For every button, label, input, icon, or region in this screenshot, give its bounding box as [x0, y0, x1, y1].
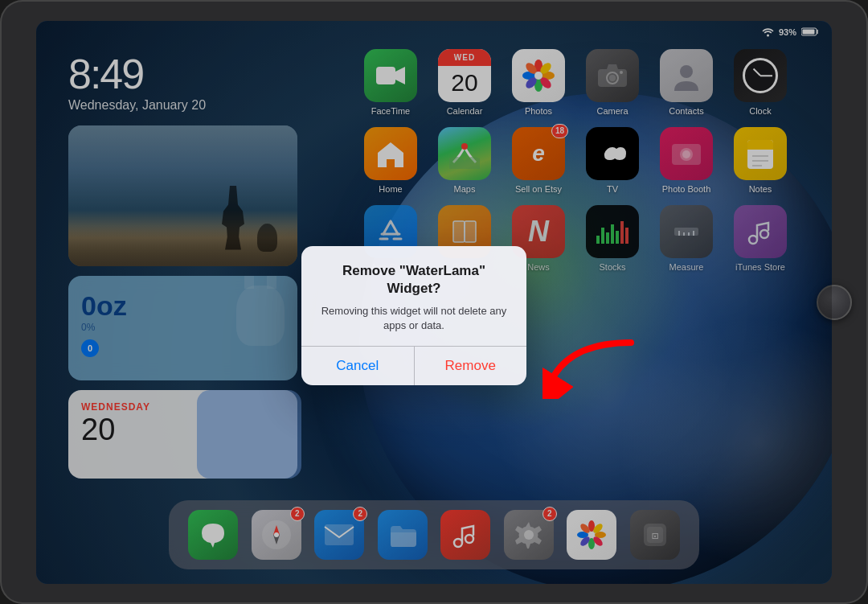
ipad-frame: 93% 8:49 Wednesday, January 20 [0, 0, 868, 604]
ipad-screen: 93% 8:49 Wednesday, January 20 [36, 21, 832, 584]
dialog-buttons: Cancel Remove [301, 347, 526, 385]
dialog-title: Remove "WaterLama" Widget? [317, 262, 510, 298]
dialog-cancel-button[interactable]: Cancel [301, 347, 415, 385]
dialog-content: Remove "WaterLama" Widget? Removing this… [301, 246, 526, 347]
remove-widget-dialog: Remove "WaterLama" Widget? Removing this… [301, 246, 526, 386]
dialog-overlay: Remove "WaterLama" Widget? Removing this… [36, 21, 832, 584]
dialog-remove-button[interactable]: Remove [415, 347, 527, 385]
red-arrow [542, 335, 639, 399]
dialog-message: Removing this widget will not delete any… [317, 304, 510, 346]
